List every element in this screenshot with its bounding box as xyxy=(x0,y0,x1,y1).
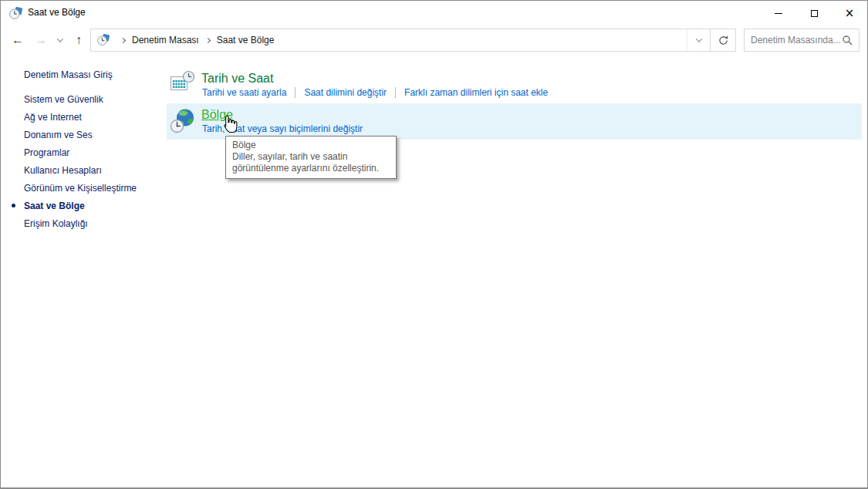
search-input[interactable] xyxy=(751,30,842,50)
sidebar-item-label: Denetim Masası Giriş xyxy=(24,69,113,80)
sidebar-item-appearance[interactable]: Görünüm ve Kişiselleştirme xyxy=(24,182,163,200)
up-icon: ↑ xyxy=(76,33,82,47)
up-button[interactable]: ↑ xyxy=(69,25,89,55)
section-heading-date-time[interactable]: Tarih ve Saat xyxy=(201,72,273,86)
breadcrumb-separator-icon xyxy=(120,37,126,42)
sidebar-item-label: Kullanıcı Hesapları xyxy=(24,165,102,176)
app-icon xyxy=(9,7,22,20)
refresh-button[interactable] xyxy=(711,29,736,52)
maximize-icon xyxy=(811,10,818,17)
sidebar-item-user-accounts[interactable]: Kullanıcı Hesapları xyxy=(24,164,163,182)
breadcrumb-control-panel[interactable]: Denetim Masası xyxy=(132,35,199,46)
minimize-button[interactable] xyxy=(761,1,796,25)
sidebar-item-system-security[interactable]: Sistem ve Güvenlik xyxy=(24,93,163,111)
sidebar-item-label: Görünüm ve Kişiselleştirme xyxy=(24,183,137,194)
chevron-down-icon xyxy=(695,35,701,42)
hand-cursor-icon xyxy=(220,114,238,135)
window-controls: × xyxy=(761,1,867,25)
forward-button[interactable]: → xyxy=(30,25,52,55)
close-button[interactable]: × xyxy=(832,1,867,25)
sidebar: Denetim Masası Giriş Sistem ve Güvenlik … xyxy=(24,69,163,235)
sidebar-item-network-internet[interactable]: Ağ ve Internet xyxy=(24,111,163,129)
sidebar-item-label: Saat ve Bölge xyxy=(24,201,85,211)
sidebar-item-home[interactable]: Denetim Masası Giriş xyxy=(24,69,163,81)
minimize-icon xyxy=(775,13,782,14)
address-dropdown-button[interactable] xyxy=(687,29,710,51)
back-icon: ← xyxy=(12,33,24,47)
sidebar-item-hardware-sound[interactable]: Donanım ve Ses xyxy=(24,129,163,147)
date-time-icon[interactable] xyxy=(169,69,195,96)
sidebar-item-clock-region[interactable]: Saat ve Bölge xyxy=(24,200,163,218)
sidebar-item-label: Sistem ve Güvenlik xyxy=(24,94,103,105)
sidebar-item-label: Programlar xyxy=(24,147,69,158)
maximize-button[interactable] xyxy=(796,1,832,25)
address-location-icon xyxy=(97,34,110,46)
sidebar-item-ease-of-access[interactable]: Erişim Kolaylığı xyxy=(24,218,163,235)
task-link-change-timezone[interactable]: Saat dilimini değiştir xyxy=(295,87,387,98)
sidebar-item-label: Donanım ve Ses xyxy=(24,130,93,140)
tooltip-title: Bölge xyxy=(232,140,390,151)
recent-pages-button[interactable] xyxy=(53,25,67,55)
sidebar-item-label: Erişim Kolaylığı xyxy=(24,218,88,229)
address-bar[interactable]: Denetim Masası Saat ve Bölge xyxy=(90,29,711,52)
forward-icon: → xyxy=(35,33,47,47)
navigation-bar: ← → ↑ Denetim Masası Saat ve Bölge xyxy=(1,25,867,55)
active-bullet-icon xyxy=(12,204,15,207)
breadcrumb-separator-icon xyxy=(205,37,211,42)
search-icon xyxy=(842,35,853,46)
refresh-icon xyxy=(718,35,729,46)
sidebar-item-label: Ağ ve Internet xyxy=(24,112,82,123)
back-button[interactable]: ← xyxy=(7,25,29,55)
task-link-add-clocks[interactable]: Farklı zaman dilimleri için saat ekle xyxy=(395,87,548,98)
chevron-down-icon xyxy=(57,35,63,42)
sidebar-item-programs[interactable]: Programlar xyxy=(24,147,163,164)
control-panel-window: Saat ve Bölge × ← → ↑ Denetim Masası Saa… xyxy=(0,0,868,489)
region-globe-icon[interactable] xyxy=(170,108,196,134)
close-icon: × xyxy=(845,8,855,19)
date-time-task-links: Tarihi ve saati ayarlaSaat dilimini deği… xyxy=(202,87,548,98)
tooltip: Bölge Diller, sayılar, tarih ve saatin g… xyxy=(225,136,397,179)
window-title: Saat ve Bölge xyxy=(28,1,86,25)
task-link-set-date-time[interactable]: Tarihi ve saati ayarla xyxy=(202,87,286,98)
breadcrumb-clock-region[interactable]: Saat ve Bölge xyxy=(217,35,275,46)
search-box xyxy=(744,29,860,52)
titlebar: Saat ve Bölge × xyxy=(1,1,867,25)
tooltip-body: Diller, sayılar, tarih ve saatin görüntü… xyxy=(232,151,390,174)
